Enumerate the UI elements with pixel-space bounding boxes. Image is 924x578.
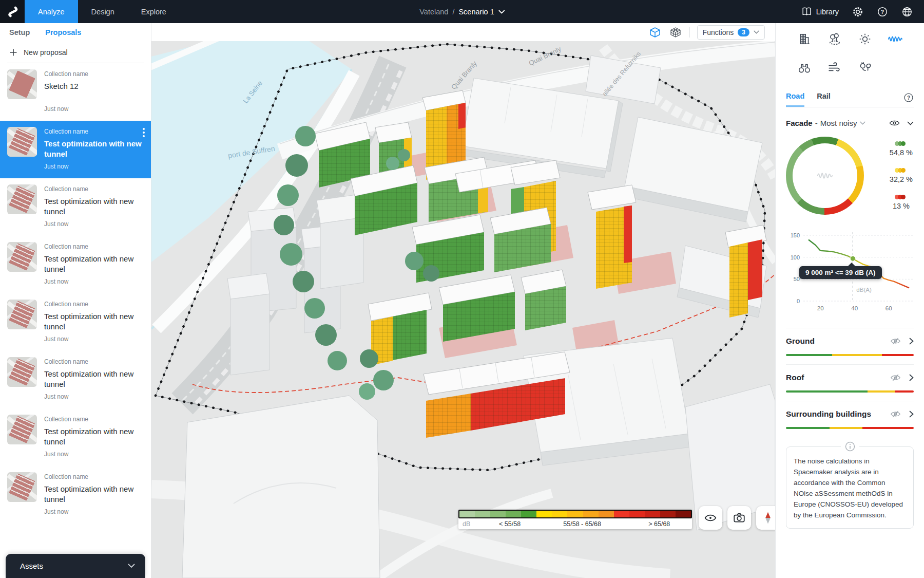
facade-visibility-icon[interactable] — [889, 119, 900, 127]
svg-text:20: 20 — [817, 305, 824, 311]
proposal-card[interactable]: Collection name Sketch 12 Just now — [0, 63, 151, 121]
divider — [689, 27, 690, 38]
db-color-segment — [536, 511, 552, 517]
tab-road[interactable]: Road — [786, 92, 804, 107]
app-window: Analyze Design Explore Vateland / Scenar… — [0, 0, 924, 578]
proposal-card[interactable]: Collection name Test optimization with n… — [0, 408, 151, 466]
settings-button[interactable] — [852, 6, 863, 17]
proposal-card[interactable]: Collection name Test optimization with n… — [0, 121, 151, 178]
spacemaker-logo[interactable] — [0, 0, 25, 23]
kebab-menu-icon[interactable] — [143, 128, 145, 137]
donut-legend-item: 13 % — [890, 195, 913, 210]
facade-mode: Most noisy — [820, 119, 857, 127]
vegetation-tool-icon[interactable] — [827, 31, 842, 47]
map-column: Functions 3 — [151, 23, 775, 578]
primary-nav: Analyze Design Explore — [25, 0, 180, 23]
donut-percentage: 32,2 % — [890, 175, 913, 183]
nav-tab-design[interactable]: Design — [78, 0, 128, 23]
collapse-chevron-icon[interactable] — [907, 121, 914, 125]
help-icon: ? — [877, 6, 888, 17]
db-color-segment — [629, 511, 645, 517]
chevron-right-icon[interactable] — [909, 338, 914, 345]
visibility-button[interactable] — [699, 506, 722, 530]
proposal-card[interactable]: Collection name Test optimization with n… — [0, 236, 151, 293]
panel-help-button[interactable]: ? — [903, 92, 914, 103]
methodology-text: The noise calculations in Spacemaker ana… — [794, 457, 903, 519]
proposal-card[interactable]: Collection name Test optimization with n… — [0, 178, 151, 236]
donut-center — [793, 143, 857, 208]
stacked-modules-icon — [669, 26, 682, 39]
proposal-card[interactable]: Collection name Test optimization with n… — [0, 466, 151, 524]
chevron-right-icon[interactable] — [909, 411, 914, 418]
library-button[interactable]: Library — [801, 7, 839, 16]
distribution-segment — [882, 354, 914, 356]
surrounding-distribution-bar — [786, 427, 914, 429]
functions-label: Functions — [703, 28, 734, 36]
distribution-segment — [868, 390, 894, 393]
breadcrumb-scenario: Scenario 1 — [458, 8, 494, 16]
eye-off-icon[interactable] — [890, 337, 901, 345]
compass-button[interactable] — [756, 506, 775, 530]
map-controls — [699, 506, 775, 530]
distribution-segment — [895, 390, 914, 393]
tab-rail[interactable]: Rail — [817, 92, 831, 107]
chevron-right-icon[interactable] — [909, 374, 914, 381]
nav-tab-explore[interactable]: Explore — [128, 0, 180, 23]
sun-tool-icon[interactable] — [857, 31, 873, 47]
section-surrounding-row[interactable]: Surrounding buildings — [786, 409, 914, 419]
chevron-down-icon — [128, 564, 135, 568]
proposal-collection: Collection name — [44, 128, 144, 135]
language-button[interactable] — [901, 6, 913, 17]
eye-off-icon[interactable] — [890, 374, 901, 382]
proposal-thumbnail — [7, 127, 37, 157]
breadcrumb[interactable]: Vateland / Scenario 1 — [419, 0, 505, 23]
db-range-low: < 55/58 — [482, 520, 538, 528]
nav-tab-analyze[interactable]: Analyze — [25, 0, 78, 23]
donut-legend: 54,8 %32,2 %13 % — [890, 141, 914, 210]
views-tool-icon[interactable] — [797, 60, 812, 76]
modules-view-button[interactable] — [669, 26, 682, 39]
eye-off-icon[interactable] — [890, 410, 901, 418]
library-label: Library — [816, 8, 839, 16]
section-title: Roof — [786, 373, 804, 382]
new-proposal-button[interactable]: New proposal — [0, 41, 151, 63]
noise-tool-icon[interactable] — [888, 31, 903, 47]
tab-setup[interactable]: Setup — [9, 28, 30, 36]
solid-view-button[interactable] — [648, 26, 662, 39]
help-button[interactable]: ? — [877, 6, 888, 17]
buildings-tool-icon[interactable] — [797, 31, 812, 47]
proposal-title: Test optimization with new tunnel — [44, 196, 144, 217]
chevron-down-icon — [754, 30, 759, 34]
tab-proposals[interactable]: Proposals — [45, 28, 81, 36]
db-color-segment — [583, 511, 599, 517]
proposal-card[interactable]: Collection name Test optimization with n… — [0, 351, 151, 408]
chevron-down-icon[interactable] — [860, 121, 865, 125]
info-icon — [841, 441, 859, 452]
noise-wave-icon — [813, 169, 837, 182]
legend-pill — [896, 141, 906, 146]
new-proposal-label: New proposal — [24, 48, 68, 57]
wind-tool-icon[interactable] — [827, 60, 842, 76]
donut-percentage: 54,8 % — [890, 148, 913, 157]
legend-pill — [896, 195, 906, 199]
analysis-tools — [786, 23, 914, 81]
facade-donut-chart: 54,8 %32,2 %13 % — [786, 137, 914, 215]
cube-icon — [649, 26, 661, 39]
assets-bar[interactable]: Assets — [6, 554, 145, 578]
db-color-segment — [521, 511, 536, 517]
energy-tool-icon[interactable] — [857, 60, 873, 76]
distribution-segment — [832, 354, 882, 356]
screenshot-button[interactable] — [727, 506, 751, 530]
section-surrounding-buildings: Surrounding buildings — [786, 401, 914, 429]
section-roof-row[interactable]: Roof — [786, 373, 914, 382]
proposal-thumbnail — [7, 242, 37, 272]
svg-text:100: 100 — [791, 254, 800, 260]
map-viewport[interactable]: La Seine port de Suffren Quai Branly Qua… — [151, 41, 775, 578]
proposal-card[interactable]: Collection name Test optimization with n… — [0, 293, 151, 351]
section-ground-row[interactable]: Ground — [786, 337, 914, 346]
compass-icon — [761, 511, 775, 525]
facade-separator: - — [815, 119, 818, 127]
book-icon — [801, 7, 812, 16]
functions-dropdown[interactable]: Functions 3 — [697, 25, 765, 40]
eye-icon — [704, 511, 717, 525]
